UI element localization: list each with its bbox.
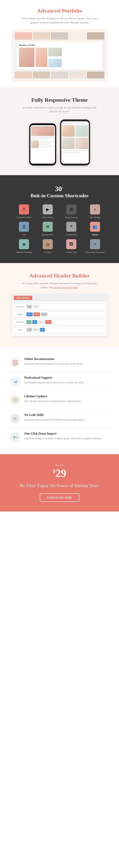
one-click-desc: Import all of pages, elements, widgets, … [24,436,101,440]
gallery-label: Gallery Item [66,251,77,253]
builder-widgets-2: Social Button Search [26,312,104,316]
card-title: Monday to Friday [19,44,100,46]
video-popup-icon: ▶ [43,205,53,214]
shortcodes-section: 30+ Buit-in Custom Shortcodes ⏱ Countdow… [0,175,119,263]
widget-sticky-logo: Logo [26,328,32,332]
portfolio-img-fashion [19,48,34,67]
shortcode-three-line: ≡ Three Line Horizontal [84,239,106,253]
widget-logo: Logo [26,305,32,309]
header-builder-link[interactable]: custom preset and others [53,286,78,289]
three-line-label: Three Line Horizontal [86,251,104,253]
widget-search: Search [41,312,47,316]
widget-menu: Menu [33,305,39,309]
builder-row-3: Main Nav Cart Nav Phone Promo [14,319,105,326]
shortcodes-title: Buit-in Custom Shortcodes [8,193,111,199]
video-popup-label: Video Popup [42,216,53,219]
cta-section: intro price $29 Be First! Enjoy the Powe… [0,454,119,512]
shortcode-timeline: ⊕ Timeline Headings [13,239,35,253]
row-label-1: Header Row [15,306,25,308]
no-code-title: No Code Skills [24,413,85,417]
pro-support-text: Professional Support Our friendly suppor… [24,376,84,384]
shortcode-message-box: ✉ Message Box [37,222,59,236]
no-code-desc: Everyone can use Ebrima WP Theme with mi… [24,418,85,422]
features-section: Online Documentation Extensive informati… [0,346,119,454]
clients-label: Clients [92,233,98,236]
portfolio-img-shoe [48,48,62,56]
grid-img-1 [15,32,32,40]
cta-tagline: Be First! Enjoy the Power of Ebrima Stor… [8,483,111,489]
gear-svg [13,416,18,421]
widget-nav: Nav [32,320,37,324]
shortcode-countdown-tabs: ⏱ Countdown Tabs [13,205,35,219]
row-label-2: Top Bar [15,313,25,315]
row-label-3: Main Nav [15,321,25,323]
lifetime-updates-title: Lifetime Updates [24,395,81,398]
shortcode-testimonials: ❝ Testimonials [61,222,82,236]
grid-img-5 [87,32,104,40]
testimonials-icon: ❝ [66,222,76,232]
builder-top-bar: ADD PRESET [11,294,108,302]
phone-left-screen: Sleeker of [30,125,55,164]
widget-phone: Phone [38,320,44,324]
image-layouts-icon: ⊞ [66,205,76,214]
builder-widgets-1: Logo Menu [26,305,104,309]
phone-banner-left: Sleeker of [31,126,54,136]
builder-widgets-4: Logo Menu Cart [26,328,104,332]
timeline-icon: ⊕ [19,239,29,249]
portfolio-title: Advanced Portfolio [11,8,108,14]
responsive-title: Fully Responsive Theme [11,97,108,103]
svg-point-13 [14,437,15,438]
countdown-tabs-icon: ⏱ [19,205,29,214]
one-click-icon [10,432,20,442]
portfolio-img-accessory [48,59,62,67]
portfolio-bottom-grid [15,71,104,79]
cta-price: $29 [8,468,111,478]
svg-rect-0 [13,361,17,365]
shortcode-tabs-module: ≡ Tabs Module [84,205,106,219]
responsive-section: Fully Responsive Theme No matter what ki… [0,87,119,175]
purchase-now-button[interactable]: PURCHASE NOW [40,493,79,502]
feature-one-click: One Click Demo Import Import all of page… [8,428,111,446]
lifetime-updates-icon [10,395,20,405]
three-line-icon: ≡ [90,239,100,249]
no-code-icon-wrap [10,413,21,424]
gallery-icon: 🖼 [66,239,76,249]
shortcode-carousel: ◷ Carousel [37,239,59,253]
one-click-title: One Click Demo Import [24,432,101,435]
shortcode-video-popup: ▶ Video Popup [37,205,59,219]
grid-img-4 [69,32,86,40]
widget-social: Social [26,312,33,316]
carousel-icon: ◷ [43,239,53,249]
shortcode-clients: 👥 Clients [84,222,106,236]
phones-mockup: Sleeker of [11,119,108,165]
svg-line-4 [15,382,16,382]
list-label: List [22,233,26,236]
bottom-img-3 [51,71,68,79]
add-preset-button[interactable]: ADD PRESET [14,296,32,300]
lifetime-updates-icon-wrap [10,395,21,405]
portfolio-section: Advanced Portfolio Create unique portfol… [0,0,119,87]
builder-row-4: Sticky Logo Menu Cart [14,327,105,333]
phone-right-screen [61,121,89,164]
builder-body: Header Row Logo Menu Top Bar Social Butt… [11,302,108,336]
feature-lifetime-updates: Lifetime Updates Free lifetime autoupdat… [8,391,111,409]
feature-no-code: No Code Skills Everyone can use Ebrima W… [8,409,111,428]
portfolio-top-grid [15,32,104,40]
message-box-label: Message Box [42,233,53,236]
widget-promo: Promo [45,320,52,324]
online-docs-desc: Extensive information needed to install … [24,362,83,366]
support-svg [13,379,18,384]
lifetime-updates-text: Lifetime Updates Free lifetime autoupdat… [24,395,81,403]
key-svg [13,435,18,440]
pro-support-title: Professional Support [24,376,84,379]
builder-mockup: ADD PRESET Header Row Logo Menu Top Bar … [11,294,108,336]
pro-support-icon-wrap [10,376,21,387]
no-code-text: No Code Skills Everyone can use Ebrima W… [24,413,85,422]
svg-point-8 [14,418,16,420]
bottom-img-5 [87,71,104,79]
one-click-icon-wrap [10,432,21,443]
clients-icon: 👥 [90,222,100,232]
online-docs-icon-wrap [10,357,21,368]
feature-online-docs: Online Documentation Extensive informati… [8,353,111,372]
widget-sticky-cart: Cart [40,328,45,332]
